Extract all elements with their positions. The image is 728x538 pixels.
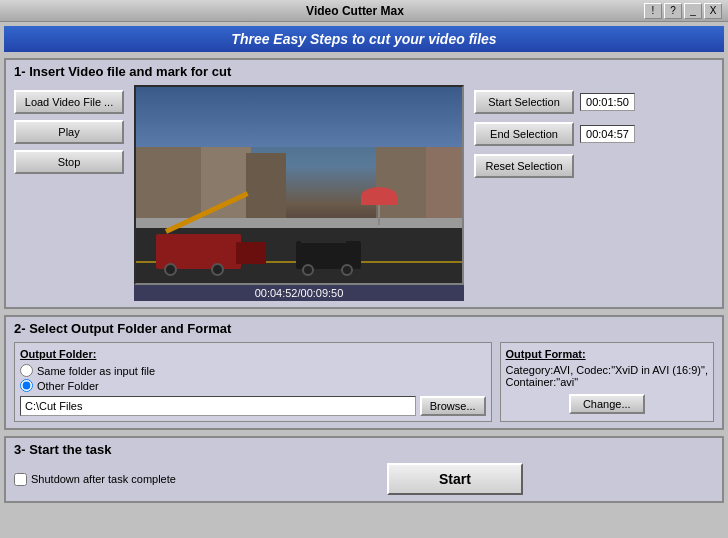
step1-right-panel: Start Selection 00:01:50 End Selection 0… (474, 85, 714, 178)
same-folder-label: Same folder as input file (37, 365, 155, 377)
step2-section: 2- Select Output Folder and Format Outpu… (4, 315, 724, 430)
start-selection-row: Start Selection 00:01:50 (474, 90, 714, 114)
output-format-title: Output Format: (506, 348, 708, 360)
play-button[interactable]: Play (14, 120, 124, 144)
same-folder-radio[interactable] (20, 364, 33, 377)
step2-label: 2- Select Output Folder and Format (14, 321, 714, 336)
video-area: 00:04:52/00:09:50 (134, 85, 464, 301)
end-selection-time: 00:04:57 (580, 125, 635, 143)
jeep-wheel-r (341, 264, 353, 276)
other-folder-row: Other Folder (20, 379, 486, 392)
truck-cab (236, 242, 266, 264)
step1-section: 1- Insert Video file and mark for cut Lo… (4, 58, 724, 309)
step1-left-panel: Load Video File ... Play Stop (14, 85, 124, 174)
load-video-button[interactable]: Load Video File ... (14, 90, 124, 114)
shutdown-row: Shutdown after task complete (14, 473, 176, 486)
end-selection-row: End Selection 00:04:57 (474, 122, 714, 146)
end-selection-button[interactable]: End Selection (474, 122, 574, 146)
shutdown-label: Shutdown after task complete (31, 473, 176, 485)
title-bar-buttons: ! ? _ X (644, 3, 722, 19)
step3-content: Shutdown after task complete Start (14, 463, 714, 495)
wheel-rl (211, 263, 224, 276)
step2-content: Output Folder: Same folder as input file… (14, 342, 714, 422)
start-button[interactable]: Start (387, 463, 523, 495)
help2-button[interactable]: ? (664, 3, 682, 19)
output-folder-box: Output Folder: Same folder as input file… (14, 342, 492, 422)
building-5 (426, 143, 462, 223)
close-button[interactable]: X (704, 3, 722, 19)
header-banner: Three Easy Steps to cut your video files (4, 26, 724, 52)
step1-content: Load Video File ... Play Stop (14, 85, 714, 301)
minimize-button[interactable]: _ (684, 3, 702, 19)
truck-body (156, 234, 241, 269)
output-folder-title: Output Folder: (20, 348, 486, 360)
start-selection-button[interactable]: Start Selection (474, 90, 574, 114)
same-folder-row: Same folder as input file (20, 364, 486, 377)
browse-button[interactable]: Browse... (420, 396, 486, 416)
video-controls (136, 283, 462, 285)
path-row: Browse... (20, 396, 486, 416)
wheel-fl (164, 263, 177, 276)
red-truck (156, 234, 241, 269)
output-format-box: Output Format: Category:AVI, Codec:"XviD… (500, 342, 714, 422)
change-format-button[interactable]: Change... (569, 394, 645, 414)
step3-label: 3- Start the task (14, 442, 714, 457)
building-3 (246, 153, 286, 223)
window-title: Video Cutter Max (66, 4, 644, 18)
main-container: Three Easy Steps to cut your video files… (0, 22, 728, 538)
jeep-body (296, 241, 361, 269)
time-display: 00:04:52/00:09:50 (134, 285, 464, 301)
start-selection-time: 00:01:50 (580, 93, 635, 111)
other-folder-radio[interactable] (20, 379, 33, 392)
black-jeep (296, 241, 361, 269)
other-folder-label: Other Folder (37, 380, 99, 392)
step3-section: 3- Start the task Shutdown after task co… (4, 436, 724, 503)
umbrella-person (361, 187, 397, 225)
reset-selection-row: Reset Selection (474, 154, 714, 178)
stop-button[interactable]: Stop (14, 150, 124, 174)
path-input[interactable] (20, 396, 416, 416)
sky (136, 87, 462, 147)
help1-button[interactable]: ! (644, 3, 662, 19)
video-scene (136, 87, 462, 283)
shutdown-checkbox[interactable] (14, 473, 27, 486)
umbrella-pole (378, 205, 380, 225)
reset-selection-button[interactable]: Reset Selection (474, 154, 574, 178)
jeep-top (301, 229, 346, 243)
step1-label: 1- Insert Video file and mark for cut (14, 64, 714, 79)
video-preview (134, 85, 464, 285)
jeep-wheel-f (302, 264, 314, 276)
format-details: Category:AVI, Codec:"XviD in AVI (16:9)"… (506, 364, 708, 388)
title-bar: Video Cutter Max ! ? _ X (0, 0, 728, 22)
umbrella (361, 187, 397, 205)
